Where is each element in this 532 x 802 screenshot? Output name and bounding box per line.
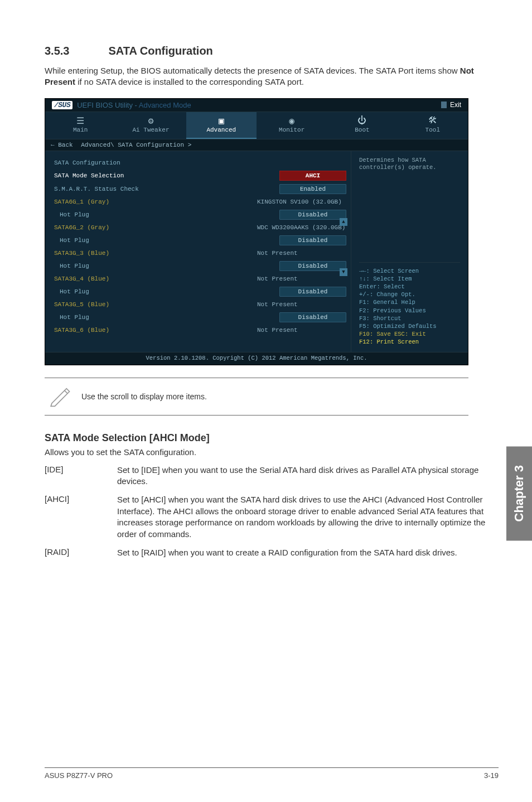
asus-logo: /SUS bbox=[52, 101, 72, 109]
section-title: SATA Configuration bbox=[108, 45, 212, 57]
setting-row[interactable]: Hot PlugDisabled bbox=[54, 285, 346, 298]
setting-label: SATA3G_6 (Blue) bbox=[54, 327, 109, 334]
note-text: Use the scroll to display more items. bbox=[81, 392, 207, 401]
setting-label: Hot Plug bbox=[54, 288, 89, 295]
footer-left: ASUS P8Z77-V PRO bbox=[45, 771, 113, 780]
scroll-down-icon[interactable]: ▼ bbox=[340, 268, 347, 276]
setting-row[interactable]: Hot PlugDisabled bbox=[54, 234, 346, 247]
setting-label: SATA6G_2 (Gray) bbox=[54, 224, 109, 231]
help-key-line: →←: Select Screen bbox=[359, 267, 460, 275]
help-key-line: +/-: Change Opt. bbox=[359, 291, 460, 298]
breadcrumb: ← Back Advanced\ SATA Configuration > bbox=[45, 139, 468, 151]
option-desc: Set to [AHCI] when you want the SATA har… bbox=[117, 494, 499, 540]
sata-mode-desc: Allows you to set the SATA configuration… bbox=[45, 446, 499, 458]
list-icon: ☰ bbox=[47, 115, 113, 125]
scroll-up-icon[interactable]: ▲ bbox=[340, 218, 347, 226]
help-key-line: F1: General Help bbox=[359, 298, 460, 306]
setting-value: Not Present bbox=[257, 327, 346, 334]
setting-value[interactable]: Disabled bbox=[279, 235, 346, 245]
setting-value[interactable]: Disabled bbox=[279, 210, 346, 220]
tab-monitor[interactable]: ◉Monitor bbox=[257, 112, 327, 139]
help-key-line: F5: Optimized Defaults bbox=[359, 322, 460, 330]
tweak-icon: ⚙ bbox=[118, 115, 183, 125]
tab-boot[interactable]: ⏻Boot bbox=[327, 112, 397, 139]
setting-row[interactable]: SATA6G_2 (Gray)WDC WD3200AAKS (320.0GB) bbox=[54, 221, 346, 234]
chip-icon: ▣ bbox=[188, 115, 254, 125]
chapter-tab: Chapter 3 bbox=[506, 446, 532, 540]
bios-help-panel: Determines how SATA controller(s) operat… bbox=[351, 151, 468, 352]
bios-settings-panel: ▲ ▼ SATA ConfigurationSATA Mode Selectio… bbox=[45, 151, 351, 352]
help-key-line: ↑↓: Select Item bbox=[359, 275, 460, 283]
option-row: [IDE]Set to [IDE] when you want to use t… bbox=[45, 465, 499, 487]
setting-value: KINGSTON SV100 (32.0GB) bbox=[257, 199, 346, 205]
help-key-line: F10: Save ESC: Exit bbox=[359, 330, 460, 338]
setting-row[interactable]: SATA3G_5 (Blue)Not Present bbox=[54, 298, 346, 311]
bios-tabs: ☰Main ⚙Ai Tweaker ▣Advanced ◉Monitor ⏻Bo… bbox=[45, 112, 468, 139]
setting-row[interactable]: SATA6G_1 (Gray)KINGSTON SV100 (32.0GB) bbox=[54, 196, 346, 208]
setting-row[interactable]: SATA Mode SelectionAHCI bbox=[54, 169, 346, 182]
setting-label: SATA3G_5 (Blue) bbox=[54, 301, 109, 308]
help-description: Determines how SATA controller(s) operat… bbox=[359, 157, 460, 172]
option-key: [RAID] bbox=[45, 547, 117, 559]
setting-label: Hot Plug bbox=[54, 237, 89, 244]
exit-icon bbox=[441, 102, 447, 108]
help-key-line: Enter: Select bbox=[359, 283, 460, 291]
setting-label: SATA3G_3 (Blue) bbox=[54, 250, 109, 257]
pen-icon bbox=[48, 384, 71, 409]
option-key: [AHCI] bbox=[45, 494, 117, 540]
section-header: 3.5.3 SATA Configuration bbox=[45, 45, 499, 57]
help-keys: →←: Select Screen↑↓: Select ItemEnter: S… bbox=[359, 262, 460, 346]
setting-label: SATA Mode Selection bbox=[54, 172, 124, 179]
setting-value: Not Present bbox=[257, 301, 346, 308]
setting-label: S.M.A.R.T. Status Check bbox=[54, 186, 139, 192]
section-number: 3.5.3 bbox=[45, 45, 106, 57]
page-footer: ASUS P8Z77-V PRO 3-19 bbox=[45, 767, 499, 780]
breadcrumb-path: Advanced\ SATA Configuration > bbox=[81, 142, 191, 148]
tab-advanced[interactable]: ▣Advanced bbox=[186, 112, 257, 139]
option-desc: Set to [IDE] when you want to use the Se… bbox=[117, 465, 499, 487]
tool-icon: 🛠 bbox=[400, 115, 466, 125]
sata-mode-heading: SATA Mode Selection [AHCI Mode] bbox=[45, 432, 499, 444]
setting-row[interactable]: Hot PlugDisabled bbox=[54, 259, 346, 273]
intro-suffix: if no SATA device is installed to the co… bbox=[75, 77, 304, 86]
help-key-line: F12: Print Screen bbox=[359, 338, 460, 346]
setting-row[interactable]: S.M.A.R.T. Status CheckEnabled bbox=[54, 182, 346, 196]
note-box: Use the scroll to display more items. bbox=[45, 378, 468, 416]
setting-value: Not Present bbox=[257, 250, 346, 257]
setting-value[interactable]: AHCI bbox=[279, 171, 346, 181]
setting-value[interactable]: Disabled bbox=[279, 261, 346, 271]
bios-topbar: /SUS UEFI BIOS Utility - Advanced Mode E… bbox=[45, 99, 468, 112]
option-desc: Set to [RAID] when you want to create a … bbox=[117, 547, 499, 559]
bios-version-footer: Version 2.10.1208. Copyright (C) 2012 Am… bbox=[45, 352, 468, 365]
setting-value[interactable]: Disabled bbox=[279, 312, 346, 322]
setting-row[interactable]: Hot PlugDisabled bbox=[54, 208, 346, 221]
option-row: [RAID]Set to [RAID] when you want to cre… bbox=[45, 547, 499, 559]
setting-value[interactable]: Enabled bbox=[279, 184, 346, 194]
setting-label: Hot Plug bbox=[54, 263, 89, 269]
intro-paragraph: While entering Setup, the BIOS automatic… bbox=[45, 65, 499, 88]
gauge-icon: ◉ bbox=[259, 115, 325, 125]
setting-value[interactable]: Disabled bbox=[279, 287, 346, 297]
exit-button[interactable]: Exit bbox=[441, 101, 461, 109]
power-icon: ⏻ bbox=[329, 115, 395, 125]
back-button[interactable]: ← Back bbox=[51, 142, 73, 148]
exit-label: Exit bbox=[450, 101, 461, 109]
setting-value: WDC WD3200AAKS (320.0GB) bbox=[257, 224, 346, 231]
setting-row[interactable]: SATA3G_3 (Blue)Not Present bbox=[54, 247, 346, 259]
help-key-line: F3: Shortcut bbox=[359, 315, 460, 322]
bios-screenshot: /SUS UEFI BIOS Utility - Advanced Mode E… bbox=[45, 98, 468, 365]
setting-row[interactable]: SATA3G_6 (Blue)Not Present bbox=[54, 324, 346, 336]
tab-ai-tweaker[interactable]: ⚙Ai Tweaker bbox=[115, 112, 186, 139]
option-row: [AHCI]Set to [AHCI] when you want the SA… bbox=[45, 494, 499, 540]
setting-label: Hot Plug bbox=[54, 211, 89, 218]
setting-row[interactable]: Hot PlugDisabled bbox=[54, 311, 346, 324]
setting-label: SATA3G_4 (Blue) bbox=[54, 276, 109, 282]
setting-label: SATA6G_1 (Gray) bbox=[54, 199, 109, 205]
setting-row: SATA Configuration bbox=[54, 157, 346, 169]
option-key: [IDE] bbox=[45, 465, 117, 487]
tab-tool[interactable]: 🛠Tool bbox=[398, 112, 468, 139]
setting-label: Hot Plug bbox=[54, 314, 89, 321]
setting-row[interactable]: SATA3G_4 (Blue)Not Present bbox=[54, 273, 346, 285]
intro-prefix: While entering Setup, the BIOS automatic… bbox=[45, 66, 460, 75]
tab-main[interactable]: ☰Main bbox=[45, 112, 115, 139]
